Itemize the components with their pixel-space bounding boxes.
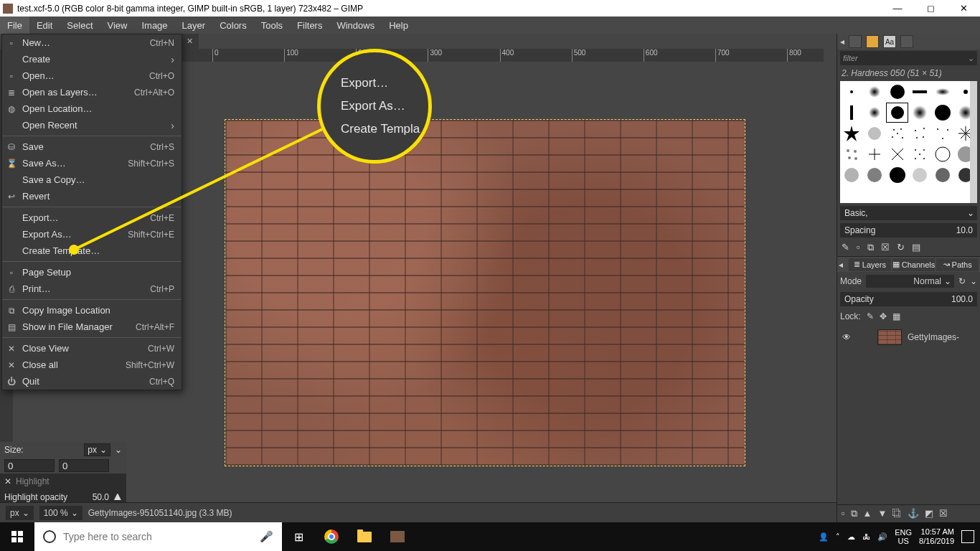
new-layer-icon[interactable]: ▫ <box>842 508 845 519</box>
file-menu-item[interactable]: Open Recent› <box>2 117 182 133</box>
file-menu-item[interactable]: ▫Open…Ctrl+O <box>2 67 182 84</box>
close-icon[interactable]: ✕ <box>187 37 193 46</box>
brush-preset[interactable] <box>954 144 976 164</box>
language-indicator[interactable]: ENGUS <box>895 528 912 545</box>
menu-view[interactable]: View <box>100 17 135 34</box>
file-menu-item[interactable]: ▫Page Setup <box>2 264 182 281</box>
delete-brush-icon[interactable]: ☒ <box>881 242 890 253</box>
search-input[interactable] <box>63 531 253 542</box>
history-tab[interactable] <box>900 35 913 48</box>
start-button[interactable] <box>0 522 34 551</box>
size-y-input[interactable] <box>59 459 109 472</box>
file-menu-item[interactable]: ✕Close allShift+Ctrl+W <box>2 357 182 373</box>
brush-preset[interactable] <box>841 165 863 185</box>
brush-preset[interactable] <box>841 103 863 123</box>
visibility-icon[interactable]: 👁 <box>840 332 853 342</box>
menu-windows[interactable]: Windows <box>329 17 382 34</box>
brush-preset[interactable] <box>864 165 886 185</box>
chevron-down-icon[interactable]: ⌄ <box>115 445 122 455</box>
file-menu-item[interactable]: ✕Close ViewCtrl+W <box>2 340 182 357</box>
spacing-field[interactable]: Spacing 10.0 <box>840 223 977 237</box>
lower-layer-icon[interactable]: ▼ <box>877 508 887 519</box>
file-menu-item[interactable]: ▫New…Ctrl+N <box>2 34 182 51</box>
chrome-icon[interactable] <box>315 522 348 551</box>
tab-layers[interactable]: ≣Layers <box>849 258 891 271</box>
brush-preset[interactable] <box>932 144 954 164</box>
unit-select[interactable]: px⌄ <box>6 506 34 520</box>
brush-preset[interactable] <box>841 82 863 102</box>
brush-preset[interactable] <box>909 144 931 164</box>
dock-menu-icon[interactable]: ◂ <box>840 37 844 47</box>
chevron-down-icon[interactable]: ⌄ <box>970 276 977 286</box>
brush-preset[interactable] <box>932 165 954 185</box>
tab-channels[interactable]: ▦Channels <box>892 258 935 271</box>
brush-preset[interactable] <box>886 82 908 102</box>
action-center-icon[interactable] <box>961 530 974 543</box>
brush-preset[interactable] <box>932 103 954 123</box>
new-brush-icon[interactable]: ▫ <box>857 242 860 253</box>
file-menu-item[interactable]: ⛁SaveCtrl+S <box>2 138 182 155</box>
brush-preset[interactable] <box>841 144 863 164</box>
zoom-select[interactable]: 100 %⌄ <box>39 506 83 520</box>
layer-name[interactable]: GettyImages- <box>908 332 959 342</box>
file-menu-item[interactable]: Create Template… <box>2 242 182 259</box>
brush-preset[interactable] <box>954 82 976 102</box>
volume-icon[interactable]: 🔊 <box>877 532 887 542</box>
brush-preset[interactable] <box>864 123 886 143</box>
lock-position-icon[interactable]: ✥ <box>880 311 887 321</box>
brush-preset[interactable] <box>841 123 863 143</box>
opacity-field[interactable]: Opacity 100.0 <box>840 292 977 306</box>
menu-help[interactable]: Help <box>382 17 415 34</box>
brush-preset[interactable] <box>932 82 954 102</box>
file-explorer-icon[interactable] <box>348 522 381 551</box>
lock-pixels-icon[interactable]: ✎ <box>867 311 874 321</box>
menu-edit[interactable]: Edit <box>29 17 60 34</box>
menu-tools[interactable]: Tools <box>254 17 290 34</box>
menu-filters[interactable]: Filters <box>290 17 329 34</box>
file-menu-item[interactable]: ⧉Copy Image Location <box>2 302 182 319</box>
microphone-icon[interactable]: 🎤 <box>260 530 273 543</box>
file-menu-item[interactable]: Export As…Shift+Ctrl+E <box>2 226 182 242</box>
brush-preset[interactable] <box>954 103 976 123</box>
open-as-image-icon[interactable]: ▤ <box>912 242 920 253</box>
onedrive-icon[interactable]: ☁ <box>847 532 855 542</box>
task-view-icon[interactable]: ⊞ <box>282 522 315 551</box>
window-minimize-button[interactable]: ― <box>881 0 914 17</box>
file-menu-item[interactable]: Export…Ctrl+E <box>2 209 182 226</box>
file-menu-item[interactable]: ◍Open Location… <box>2 100 182 117</box>
network-icon[interactable]: 🖧 <box>862 532 870 541</box>
file-menu-item[interactable]: ⎙Print…Ctrl+P <box>2 281 182 297</box>
file-menu-item[interactable]: ⏻QuitCtrl+Q <box>2 373 182 390</box>
brush-preset[interactable] <box>909 123 931 143</box>
file-menu-item[interactable]: Save a Copy… <box>2 171 182 188</box>
brushes-tab[interactable] <box>849 35 862 48</box>
brush-filter-input[interactable]: filter ⌄ <box>840 51 977 65</box>
mode-reset-icon[interactable]: ↻ <box>958 276 966 286</box>
brush-preset[interactable] <box>864 82 886 102</box>
file-menu-item[interactable]: ↩Revert <box>2 188 182 204</box>
file-menu-item[interactable]: ⌛Save As…Shift+Ctrl+S <box>2 155 182 171</box>
brush-preset[interactable] <box>886 123 908 143</box>
taskbar-clock[interactable]: 10:57 AM8/16/2019 <box>919 527 954 546</box>
close-icon[interactable]: ✕ <box>4 476 11 486</box>
duplicate-brush-icon[interactable]: ⧉ <box>867 242 874 253</box>
brush-preset-select[interactable]: Basic, ⌄ <box>840 206 977 220</box>
brush-preset[interactable] <box>909 165 931 185</box>
delete-layer-icon[interactable]: ☒ <box>939 508 948 519</box>
image-canvas[interactable] <box>225 120 745 466</box>
file-menu-item[interactable]: Create› <box>2 51 182 67</box>
brush-preset[interactable] <box>954 165 976 185</box>
new-group-icon[interactable]: ⧉ <box>851 508 857 519</box>
brush-preset[interactable] <box>886 103 908 123</box>
menu-colors[interactable]: Colors <box>212 17 254 34</box>
people-icon[interactable]: 👤 <box>819 532 829 542</box>
brush-preset[interactable] <box>954 123 976 143</box>
file-menu-item[interactable]: ▤Show in File ManagerCtrl+Alt+F <box>2 319 182 335</box>
brush-preset[interactable] <box>864 103 886 123</box>
patterns-tab[interactable] <box>866 35 879 48</box>
merge-down-icon[interactable]: ⚓ <box>908 508 919 519</box>
brush-preset[interactable] <box>909 82 931 102</box>
brush-preset[interactable] <box>864 144 886 164</box>
refresh-brush-icon[interactable]: ↻ <box>897 242 905 253</box>
raise-layer-icon[interactable]: ▲ <box>863 508 872 519</box>
